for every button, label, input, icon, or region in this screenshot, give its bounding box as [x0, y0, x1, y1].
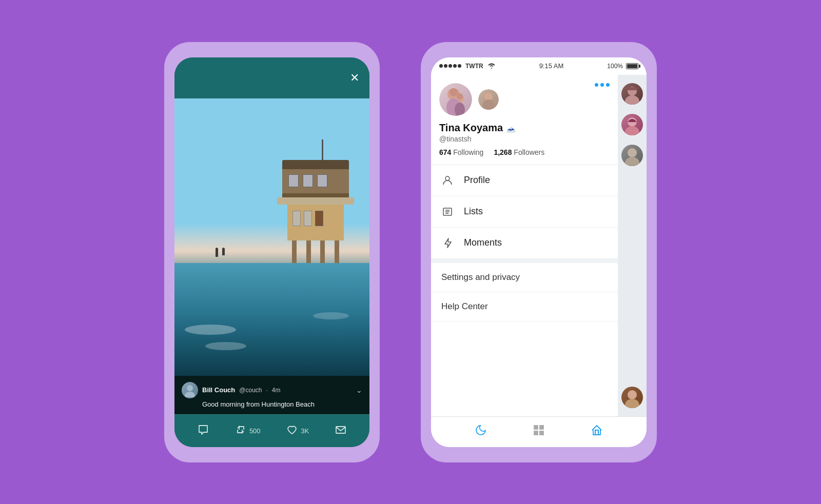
svg-rect-18	[628, 87, 637, 90]
svg-rect-35	[595, 430, 598, 435]
retweet-nav-item[interactable]: 500	[235, 424, 261, 438]
tweet-author-name: Bill Couch	[202, 386, 235, 394]
left-content: Tina Koyama 🗻 @tinastsh 674 Following	[431, 75, 618, 416]
status-bar: TWTR 9:15 AM 100%	[431, 57, 647, 75]
wave1	[185, 325, 236, 335]
close-button[interactable]: ✕	[350, 71, 359, 85]
page-container: ✕	[0, 0, 821, 504]
like-count: 3K	[301, 427, 309, 435]
menu-item-profile[interactable]: Profile	[431, 165, 618, 196]
profile-menu-label: Profile	[464, 175, 490, 186]
comment-nav-item[interactable]	[198, 424, 209, 438]
svg-point-21	[628, 148, 637, 157]
signal-dots	[439, 64, 461, 68]
secondary-avatar	[478, 89, 499, 110]
battery-percentage: 100%	[607, 63, 623, 70]
tweet-author-row: Bill Couch @couch · 4m ⌄	[182, 382, 362, 398]
menu-divider	[431, 259, 618, 263]
svg-point-0	[187, 385, 193, 391]
wave2	[205, 342, 246, 350]
verified-badge: 🗻	[506, 123, 516, 133]
moments-menu-label: Moments	[464, 237, 502, 248]
tweet-footer: Bill Couch @couch · 4m ⌄ Good morning fr…	[174, 376, 369, 414]
svg-point-24	[625, 399, 639, 408]
svg-point-10	[482, 99, 495, 110]
bottom-nav-right	[431, 416, 647, 447]
carrier-label: TWTR	[465, 63, 483, 70]
dm-icon	[335, 424, 346, 438]
svg-point-11	[445, 176, 449, 180]
night-mode-button[interactable]	[475, 424, 487, 439]
like-icon	[286, 424, 298, 438]
qr-code-button[interactable]	[533, 424, 545, 439]
svg-rect-33	[540, 433, 541, 435]
profile-header	[439, 83, 610, 116]
tweet-time: ·	[266, 387, 267, 394]
followers-label: Followers	[514, 148, 544, 156]
more-menu-button[interactable]	[595, 83, 610, 87]
svg-point-23	[628, 390, 637, 399]
avatar-placeholder	[182, 382, 198, 398]
signal-dot-5	[458, 64, 461, 68]
tweet-handle: @couch	[239, 387, 262, 394]
right-phone-content: TWTR 9:15 AM 100%	[431, 57, 647, 447]
battery-icon	[626, 63, 638, 69]
tweet-author-info: Bill Couch @couch · 4m	[182, 382, 281, 398]
svg-point-22	[625, 157, 639, 166]
menu-item-settings[interactable]: Settings and privacy	[431, 263, 618, 292]
followers-stat[interactable]: 1,268 Followers	[494, 148, 544, 156]
following-count: 674	[439, 148, 451, 156]
tweet-avatar	[182, 382, 198, 398]
svg-rect-34	[542, 433, 543, 435]
status-time: 9:15 AM	[539, 62, 564, 70]
menu-item-help[interactable]: Help Center	[431, 292, 618, 321]
like-nav-item[interactable]: 3K	[286, 424, 309, 438]
sidebar-avatar-3[interactable]	[621, 145, 643, 166]
retweet-icon	[235, 424, 246, 438]
svg-rect-28	[540, 426, 543, 429]
sidebar-avatar-2[interactable]	[621, 114, 643, 135]
retweet-count: 500	[249, 427, 261, 435]
signal-dot-2	[444, 64, 447, 68]
right-sidebar	[618, 75, 647, 416]
profile-avatars	[439, 83, 499, 116]
menu-section: Profile	[431, 165, 618, 416]
profile-handle: @tinastsh	[439, 135, 610, 143]
dm-nav-item[interactable]	[335, 424, 346, 438]
tweet-chevron-icon[interactable]: ⌄	[356, 386, 362, 394]
help-label: Help Center	[441, 301, 488, 311]
home-button[interactable]	[591, 424, 603, 439]
status-left: TWTR	[439, 62, 496, 70]
ocean	[174, 263, 369, 376]
tweet-text: Good morning from Huntington Beach	[182, 400, 362, 408]
svg-rect-32	[542, 431, 543, 433]
profile-icon	[441, 174, 454, 187]
bottom-nav-left: 500 3K	[174, 414, 369, 447]
svg-rect-2	[336, 427, 345, 433]
lists-icon	[441, 206, 454, 218]
right-phone-screen: TWTR 9:15 AM 100%	[431, 57, 647, 447]
menu-item-moments[interactable]: Moments	[431, 228, 618, 259]
followers-count: 1,268	[494, 148, 512, 156]
tweet-time-value: 4m	[272, 387, 281, 394]
content-area: Tina Koyama 🗻 @tinastsh 674 Following	[431, 75, 647, 416]
svg-rect-30	[535, 432, 537, 434]
pier-scene	[174, 98, 369, 376]
tweet-image	[174, 98, 369, 376]
following-stat[interactable]: 674 Following	[439, 148, 483, 156]
right-phone: TWTR 9:15 AM 100%	[421, 42, 657, 462]
profile-section: Tina Koyama 🗻 @tinastsh 674 Following	[431, 75, 618, 165]
svg-point-20	[625, 126, 639, 135]
signal-dot-1	[439, 64, 443, 68]
lists-menu-label: Lists	[464, 206, 483, 217]
menu-item-lists[interactable]: Lists	[431, 196, 618, 228]
svg-point-6	[457, 93, 463, 99]
sidebar-avatar-4[interactable]	[621, 387, 643, 408]
settings-label: Settings and privacy	[441, 272, 520, 282]
signal-dot-4	[453, 64, 457, 68]
sidebar-avatar-1[interactable]	[621, 83, 643, 105]
main-avatar	[439, 83, 472, 116]
profile-name: Tina Koyama 🗻	[439, 122, 610, 134]
svg-rect-26	[535, 426, 537, 429]
left-phone: ✕	[164, 42, 380, 462]
